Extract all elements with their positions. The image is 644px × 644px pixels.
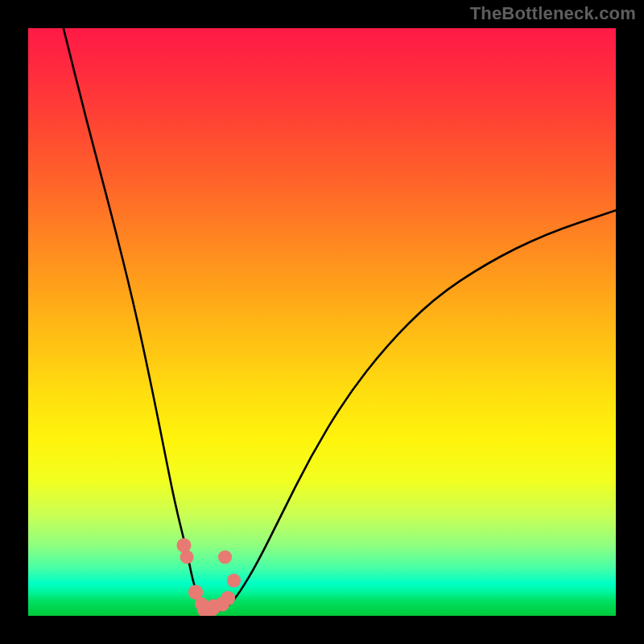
chart-marker [227,574,241,588]
watermark-text: TheBottleneck.com [470,3,636,24]
chart-svg-layer [28,28,616,616]
chart-marker [180,550,194,564]
chart-marker [218,550,232,564]
chart-marker [221,591,235,605]
chart-marker [176,538,191,552]
bottleneck-curve [64,28,616,613]
chart-plot-area [28,28,616,616]
chart-markers-group [176,538,241,616]
